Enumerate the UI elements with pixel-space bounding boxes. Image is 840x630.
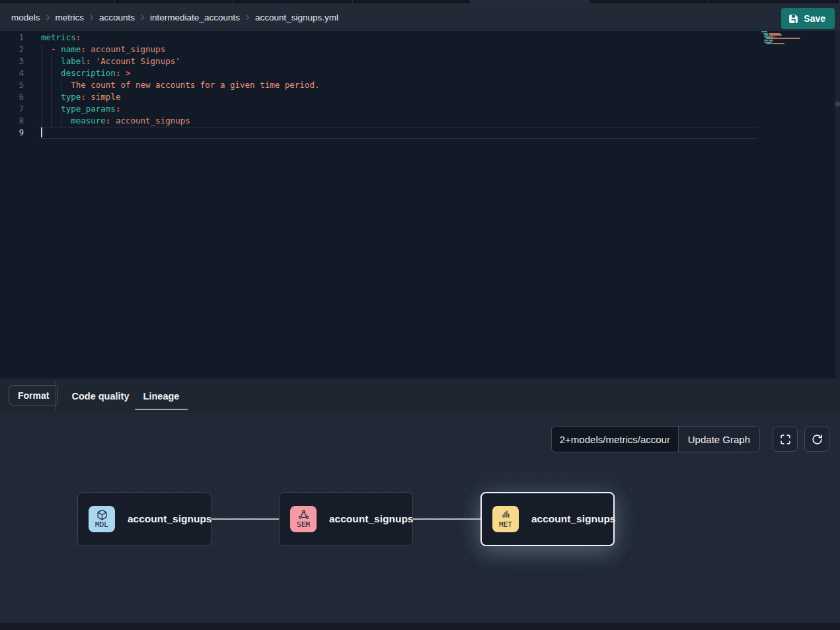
save-icon <box>788 14 798 24</box>
chevron-right-icon <box>244 14 251 21</box>
code-line[interactable]: 7 type_params: <box>0 103 758 115</box>
chevron-right-icon <box>88 14 95 21</box>
code-line[interactable]: 6 type: simple <box>0 91 758 103</box>
badge-label: MET <box>499 521 512 529</box>
bottom-panel-header: Format Code quality Lineage <box>0 378 840 413</box>
breadcrumb-bar: modelsmetricsaccountsintermediate_accoun… <box>0 3 840 31</box>
code-text: - name: account_signups <box>41 44 165 55</box>
code-line[interactable]: 2 - name: account_signups <box>0 44 758 55</box>
breadcrumb: modelsmetricsaccountsintermediate_accoun… <box>11 3 338 31</box>
code-text: type: simple <box>41 91 120 103</box>
semantic-graph-icon <box>298 509 309 520</box>
cube-icon <box>96 509 108 520</box>
lineage-edge <box>413 518 480 520</box>
node-type-badge: SEM <box>290 506 317 532</box>
refresh-icon <box>812 434 823 445</box>
minimap-line <box>761 43 801 44</box>
save-button-label: Save <box>804 13 825 24</box>
save-button[interactable]: Save <box>781 8 835 29</box>
code-text: metrics: <box>41 32 81 44</box>
lineage-controls: Update Graph <box>551 426 829 452</box>
lineage-canvas[interactable]: Update Graph MDLaccount_signupsSEMaccoun… <box>0 413 840 623</box>
code-editor[interactable]: 1metrics:2 - name: account_signups3 labe… <box>0 31 840 378</box>
ide-window: modelsmetricsaccountsintermediate_accoun… <box>0 0 840 630</box>
line-number: 4 <box>0 67 24 79</box>
line-number: 5 <box>0 79 24 91</box>
line-number: 9 <box>0 127 24 139</box>
scrollbar-notch <box>835 102 840 106</box>
code-line[interactable]: 9 <box>0 127 758 139</box>
editor-scrollbar[interactable] <box>835 31 840 378</box>
line-number: 7 <box>0 103 24 115</box>
active-tab-underline <box>135 409 188 410</box>
breadcrumb-item[interactable]: accounts <box>99 13 135 22</box>
minimap[interactable] <box>761 31 801 84</box>
line-number: 1 <box>0 32 24 44</box>
code-text: description: > <box>41 67 131 79</box>
line-number: 3 <box>0 55 24 67</box>
node-type-badge: MET <box>492 506 519 532</box>
lineage-edge <box>211 518 279 520</box>
code-line[interactable]: 3 label: 'Account Signups' <box>0 55 758 67</box>
breadcrumb-item[interactable]: intermediate_accounts <box>150 13 240 22</box>
chevron-right-icon <box>44 14 52 21</box>
panel-divider <box>55 381 56 411</box>
lineage-node-sem[interactable]: SEMaccount_signups <box>279 492 413 546</box>
status-strip <box>0 623 840 630</box>
lineage-node-mdl[interactable]: MDLaccount_signups <box>77 492 211 546</box>
code-line[interactable]: 1metrics: <box>0 32 758 44</box>
refresh-button[interactable] <box>804 427 829 452</box>
breadcrumb-item[interactable]: metrics <box>56 13 85 22</box>
current-line-highlight <box>40 127 758 139</box>
line-number: 2 <box>0 44 24 55</box>
fullscreen-button[interactable] <box>773 427 798 452</box>
breadcrumb-item[interactable]: models <box>11 13 40 22</box>
code-text: The count of new accounts for a given ti… <box>41 79 319 91</box>
badge-label: SEM <box>297 521 310 529</box>
badge-label: MDL <box>95 521 108 529</box>
code-area[interactable]: 1metrics:2 - name: account_signups3 labe… <box>0 32 758 139</box>
code-text: label: 'Account Signups' <box>41 55 180 67</box>
format-button[interactable]: Format <box>9 385 58 405</box>
node-label: account_signups <box>128 513 211 525</box>
node-label: account_signups <box>531 513 615 525</box>
line-number: 8 <box>0 115 24 127</box>
tab-code-quality[interactable]: Code quality <box>71 378 130 413</box>
code-text: type_params: <box>41 103 120 115</box>
code-line[interactable]: 5 The count of new accounts for a given … <box>0 79 758 91</box>
node-type-badge: MDL <box>89 506 115 532</box>
line-number: 6 <box>0 91 24 103</box>
text-cursor <box>41 127 42 137</box>
update-graph-button[interactable]: Update Graph <box>678 426 760 452</box>
breadcrumb-item[interactable]: account_signups.yml <box>255 13 338 22</box>
code-line[interactable]: 8 measure: account_signups <box>0 115 758 127</box>
code-text: measure: account_signups <box>41 115 190 127</box>
code-line[interactable]: 4 description: > <box>0 67 758 79</box>
node-label: account_signups <box>329 513 413 525</box>
bar-chart-icon <box>500 509 512 520</box>
lineage-node-met[interactable]: METaccount_signups <box>480 492 615 546</box>
fullscreen-icon <box>780 434 791 445</box>
chevron-right-icon <box>139 14 146 21</box>
lineage-selector-input[interactable] <box>551 426 678 452</box>
